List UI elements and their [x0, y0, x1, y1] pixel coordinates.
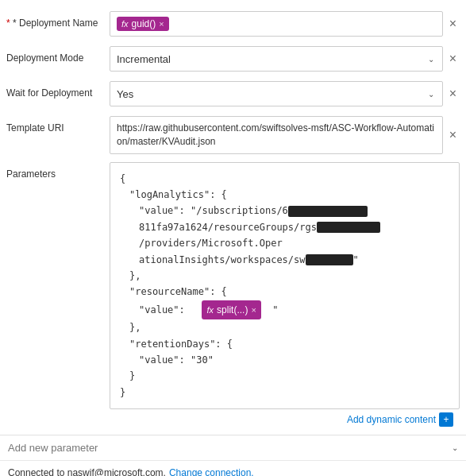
template-uri-clear-btn[interactable]: × — [446, 127, 460, 143]
parameters-wrapper: { "logAnalytics": { "value": "/subscript… — [110, 162, 460, 428]
wait-for-deployment-dropdown[interactable]: Yes ⌄ — [110, 81, 443, 106]
deployment-mode-label: Deployment Mode — [6, 46, 110, 64]
deployment-mode-value: Incremental — [117, 53, 171, 65]
split-chip[interactable]: fx split(...) × — [202, 300, 260, 319]
wait-for-deployment-chevron[interactable]: ⌄ — [419, 81, 443, 106]
param-line-12: } — [120, 368, 449, 384]
param-line-8: "value": fx split(...) × " — [120, 300, 449, 319]
deployment-mode-field[interactable]: Incremental — [110, 46, 443, 72]
split-chip-close[interactable]: × — [251, 303, 256, 318]
param-line-6: }, — [120, 268, 449, 284]
footer-connected-text: Connected to naswif@microsoft.com. — [8, 467, 166, 476]
add-new-param-input[interactable] — [8, 442, 452, 454]
deployment-name-clear-btn[interactable]: × — [446, 16, 460, 32]
footer-row: Connected to naswif@microsoft.com. Chang… — [0, 460, 466, 476]
wait-for-deployment-label: Wait for Deployment — [6, 81, 110, 99]
param-line-9: }, — [120, 319, 449, 335]
parameters-area[interactable]: { "logAnalytics": { "value": "/subscript… — [110, 162, 460, 409]
fx-icon-label: fx — [121, 19, 129, 29]
guid-chip[interactable]: fx guid() × — [117, 17, 169, 31]
param-line-11: "value": "30" — [120, 352, 449, 368]
required-star: * — [6, 17, 10, 29]
param-line-13: } — [120, 385, 449, 401]
parameters-label: Parameters — [6, 162, 110, 180]
deployment-mode-clear-btn[interactable]: × — [446, 51, 460, 67]
param-line-4: 811fa97a1624/resourceGroups/rgs /provide… — [120, 219, 449, 252]
chip-text: guid() — [132, 18, 156, 29]
param-line-3: "value": "/subscriptions/6 — [120, 203, 449, 219]
footer-change-link[interactable]: Change connection. — [169, 467, 254, 476]
deployment-mode-dropdown[interactable]: Incremental ⌄ — [110, 46, 443, 72]
add-dynamic-btn[interactable]: Add dynamic content + — [347, 412, 453, 427]
deployment-name-label: * * Deployment Name — [6, 11, 110, 29]
deployment-name-row: * * Deployment Name fx guid() × × — [0, 6, 466, 41]
param-line-1: { — [120, 171, 449, 187]
split-chip-text: split(...) — [217, 302, 248, 318]
param-line-7: "resourceName": { — [120, 284, 449, 300]
parameters-row: Parameters { "logAnalytics": { "value": … — [0, 159, 466, 431]
wait-for-deployment-control: Yes ⌄ × — [110, 81, 460, 106]
deployment-name-field[interactable]: fx guid() × — [110, 11, 443, 37]
deployment-mode-control: Incremental ⌄ × — [110, 46, 460, 72]
template-uri-value: https://raw.githubusercontent.com/swifts… — [117, 122, 436, 149]
param-line-5: ationalInsights/workspaces/sw " — [120, 252, 449, 268]
add-dynamic-row: Add dynamic content + — [110, 409, 460, 428]
wait-for-deployment-clear-btn[interactable]: × — [446, 86, 460, 102]
add-dynamic-icon: + — [439, 412, 453, 427]
deployment-mode-row: Deployment Mode Incremental ⌄ × — [0, 41, 466, 76]
template-uri-control: https://raw.githubusercontent.com/swifts… — [110, 116, 460, 154]
split-fx-label: fx — [206, 303, 214, 318]
add-param-chevron[interactable]: ⌄ — [452, 443, 458, 452]
template-uri-field[interactable]: https://raw.githubusercontent.com/swifts… — [110, 116, 443, 154]
deployment-mode-chevron[interactable]: ⌄ — [419, 46, 443, 72]
template-uri-row: Template URI https://raw.githubuserconte… — [0, 111, 466, 159]
add-dynamic-label: Add dynamic content — [347, 414, 436, 425]
wait-for-deployment-value: Yes — [117, 88, 133, 100]
chip-close-btn[interactable]: × — [159, 19, 164, 29]
deployment-name-control: fx guid() × × — [110, 11, 460, 37]
form-container: * * Deployment Name fx guid() × × Deploy… — [0, 0, 466, 476]
param-line-2: "logAnalytics": { — [120, 187, 449, 203]
param-line-10: "retentionDays": { — [120, 336, 449, 352]
template-uri-label: Template URI — [6, 116, 110, 134]
add-param-row: ⌄ — [0, 435, 466, 460]
wait-for-deployment-field[interactable]: Yes — [110, 81, 443, 106]
wait-for-deployment-row: Wait for Deployment Yes ⌄ × — [0, 76, 466, 111]
